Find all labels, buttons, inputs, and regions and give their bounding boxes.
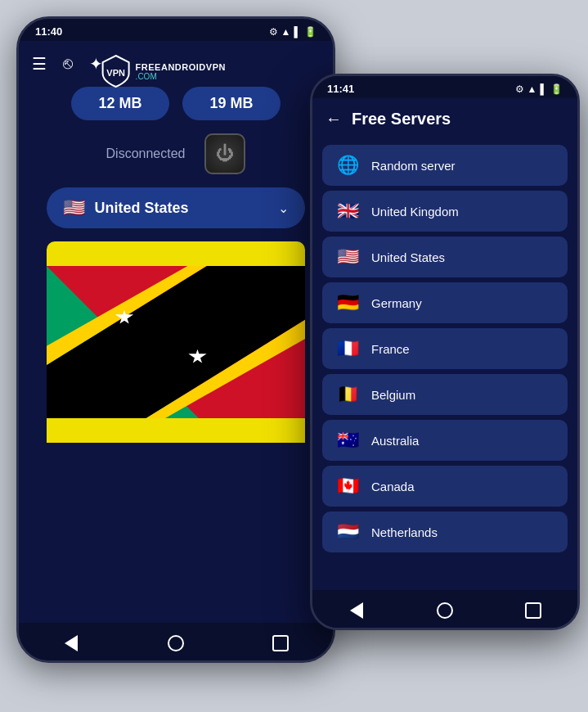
- back-nav-button2[interactable]: [344, 598, 369, 623]
- server-flag-icon: 🇫🇷: [335, 338, 360, 359]
- phone2-navbar: [312, 590, 577, 628]
- server-flag-icon: 🇩🇪: [335, 292, 360, 313]
- server-list-item[interactable]: 🇺🇸United States: [322, 237, 568, 277]
- server-flag-icon: 🇺🇸: [335, 246, 360, 268]
- phone2-device: 11:41 ⚙ ▲ ▌ 🔋 ← Free Servers 🌐Random ser…: [310, 74, 580, 630]
- server-name-label: Canada: [371, 480, 415, 493]
- server-name-label: Random server: [371, 159, 456, 173]
- server-name-label: United Kingdom: [371, 205, 459, 219]
- data-stats-row: 12 MB 19 MB: [32, 87, 320, 120]
- shield-logo-icon: VPN: [101, 54, 131, 88]
- logo-area: VPN FREEANDROIDVPN .COM: [101, 54, 226, 88]
- share-icon[interactable]: ⎋: [63, 54, 73, 74]
- server-list-item[interactable]: 🇳🇱Netherlands: [322, 511, 568, 552]
- phone2-status-icons: ⚙ ▲ ▌ 🔋: [515, 83, 563, 95]
- servers-list: 🌐Random server🇬🇧United Kingdom🇺🇸United S…: [312, 140, 577, 590]
- server-name-label: Netherlands: [371, 525, 438, 539]
- phone1-time: 11:40: [35, 25, 62, 38]
- logo-text: FREEANDROIDVPN .COM: [136, 62, 226, 81]
- server-list-item[interactable]: 🇨🇦Canada: [322, 466, 568, 507]
- country-flag-display: [47, 241, 306, 610]
- logo-sub: .COM: [136, 72, 226, 81]
- menu-icon[interactable]: ☰: [32, 54, 47, 74]
- country-selector-button[interactable]: 🇺🇸 United States ⌄: [47, 187, 306, 228]
- recents-nav-button2[interactable]: [521, 598, 545, 623]
- servers-title: Free Servers: [352, 110, 451, 128]
- servers-header: ← Free Servers: [312, 98, 577, 140]
- flag-yellow-bottom: [47, 418, 306, 443]
- battery-icon2: 🔋: [550, 83, 563, 95]
- power-button[interactable]: ⏻: [204, 133, 245, 174]
- server-name-label: United States: [371, 250, 445, 264]
- phone2-time: 11:41: [327, 83, 354, 95]
- flag-yellow-top: [47, 241, 306, 266]
- server-name-label: Belgium: [371, 388, 415, 402]
- selected-country-flag: 🇺🇸: [63, 197, 85, 219]
- server-list-item[interactable]: 🌐Random server: [322, 145, 568, 186]
- server-flag-icon: 🇳🇱: [335, 521, 360, 543]
- selected-country-name: United States: [95, 200, 269, 217]
- upload-stat: 19 MB: [182, 87, 281, 120]
- server-list-item[interactable]: 🇧🇪Belgium: [322, 374, 568, 415]
- flag-middle: [47, 266, 306, 418]
- connection-status-row: Disconnected ⏻: [32, 133, 320, 174]
- phone1-statusbar: 11:40 ⚙ ▲ ▌ 🔋: [19, 19, 333, 41]
- phone1-navbar: [19, 623, 333, 660]
- server-name-label: France: [371, 342, 410, 356]
- server-list-item[interactable]: 🇬🇧United Kingdom: [322, 191, 568, 232]
- server-flag-icon: 🌐: [335, 155, 360, 176]
- server-flag-icon: 🇦🇺: [335, 430, 360, 451]
- phone1-toolbar: ☰ ⎋ ✦ VPN FREEANDROIDVPN .COM: [32, 54, 320, 74]
- phone2-statusbar: 11:41 ⚙ ▲ ▌ 🔋: [312, 76, 577, 98]
- download-stat: 12 MB: [71, 87, 169, 120]
- server-list-item[interactable]: 🇩🇪Germany: [322, 282, 568, 323]
- back-arrow-button[interactable]: ←: [325, 110, 342, 128]
- phone1-status-icons: ⚙ ▲ ▌ 🔋: [269, 26, 316, 38]
- wifi-icon: ▲: [281, 26, 291, 38]
- power-icon: ⏻: [216, 143, 234, 164]
- settings-icon: ⚙: [269, 26, 278, 38]
- signal-icon2: ▌: [540, 83, 547, 95]
- connection-status-label: Disconnected: [106, 146, 186, 161]
- server-name-label: Australia: [371, 434, 419, 448]
- phone1-content: ☰ ⎋ ✦ VPN FREEANDROIDVPN .COM 12 MB 19 M…: [19, 41, 333, 623]
- phone1-device: 11:40 ⚙ ▲ ▌ 🔋 ☰ ⎋ ✦ VPN FREEANDROIDVPN .…: [16, 16, 335, 663]
- server-flag-icon: 🇬🇧: [335, 201, 360, 222]
- chevron-down-icon: ⌄: [278, 201, 289, 216]
- phone2-content: ← Free Servers 🌐Random server🇬🇧United Ki…: [312, 98, 577, 590]
- logo-brand: FREEANDROIDVPN: [136, 62, 226, 72]
- server-list-item[interactable]: 🇦🇺Australia: [322, 420, 568, 461]
- server-flag-icon: 🇨🇦: [335, 475, 360, 497]
- home-nav-button2[interactable]: [433, 598, 457, 623]
- signal-icon: ▌: [294, 26, 301, 38]
- settings-icon2: ⚙: [515, 83, 524, 95]
- home-nav-button[interactable]: [164, 631, 188, 656]
- wifi-icon2: ▲: [527, 83, 537, 95]
- svg-text:VPN: VPN: [106, 68, 125, 78]
- server-name-label: Germany: [371, 296, 422, 310]
- back-nav-button[interactable]: [59, 631, 83, 656]
- recents-nav-button[interactable]: [268, 631, 293, 656]
- saint-kitts-flag-svg: [47, 266, 306, 418]
- battery-icon: 🔋: [304, 26, 316, 38]
- server-list-item[interactable]: 🇫🇷France: [322, 328, 568, 369]
- server-flag-icon: 🇧🇪: [335, 384, 360, 405]
